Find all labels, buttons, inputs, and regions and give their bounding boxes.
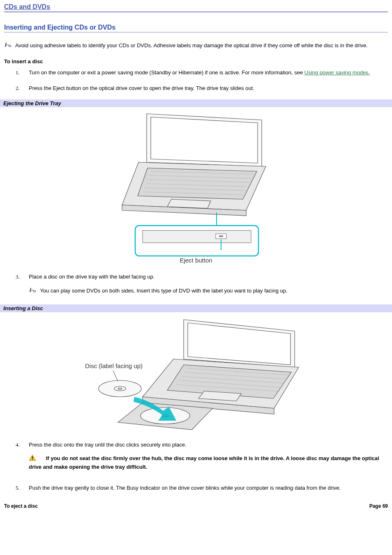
section-title: Inserting and Ejecting CDs or DVDs	[4, 24, 388, 32]
page-header: CDs and DVDs	[4, 3, 388, 12]
callout-eject-button: Eject button	[180, 257, 212, 264]
step-text: Press the Eject button on the optical dr…	[29, 85, 254, 91]
step-4-warning: If you do not seat the disc firmly over …	[29, 454, 388, 470]
page-footer: To eject a disc Page 69	[4, 503, 388, 509]
figure-caption-inserting-disc: Inserting a Disc	[0, 304, 392, 312]
note-text: You can play some DVDs on both sides. In…	[40, 288, 287, 294]
heading-to-insert: To insert a disc	[4, 58, 388, 64]
step-2: 2. Press the Eject button on the optical…	[16, 84, 388, 100]
step-text: Press the disc onto the tray until the d…	[29, 442, 187, 448]
note-icon	[29, 287, 37, 295]
step-1: 1. Turn on the computer or exit a power …	[16, 69, 388, 84]
svg-rect-15	[143, 230, 251, 243]
step-number: 2.	[16, 84, 20, 92]
link-power-saving-modes[interactable]: Using power saving modes.	[304, 69, 370, 76]
figure-caption-eject-tray: Ejecting the Drive Tray	[0, 99, 392, 107]
step-text: Place a disc on the drive tray with the …	[29, 274, 154, 280]
step-text: Turn on the computer or exit a power sav…	[29, 69, 304, 76]
svg-marker-11	[167, 199, 211, 208]
step-number: 1.	[16, 69, 20, 77]
page-number: Page 69	[369, 503, 388, 509]
heading-to-eject: To eject a disc	[4, 503, 38, 509]
svg-point-19	[33, 290, 36, 292]
step-number: 5.	[16, 484, 20, 492]
step-4: 4. Press the disc onto the tray until th…	[16, 441, 388, 484]
svg-point-0	[9, 45, 11, 47]
callout-disc-label-up: Disc (label facing up)	[85, 362, 143, 369]
step-3: 3. Place a disc on the drive tray with t…	[16, 273, 388, 304]
insert-steps-list: 1. Turn on the computer or exit a power …	[16, 69, 388, 99]
step-text: Push the drive tray gently to close it. …	[29, 485, 341, 491]
figure-eject-tray: Eject button	[4, 110, 388, 267]
figure-inserting-disc: Disc (label facing up)	[4, 315, 388, 435]
warning-text: If you do not seat the disc firmly over …	[29, 455, 379, 470]
svg-rect-39	[32, 456, 33, 458]
step-number: 4.	[16, 441, 20, 449]
note-icon	[4, 41, 12, 50]
warning-icon	[29, 454, 36, 463]
note-text: Avoid using adhesive labels to identify …	[15, 42, 368, 48]
step-number: 3.	[16, 273, 20, 281]
insert-steps-list-cont1: 3. Place a disc on the drive tray with t…	[16, 273, 388, 304]
svg-rect-17	[219, 235, 223, 237]
step-3-note: You can play some DVDs on both sides. In…	[29, 287, 388, 295]
svg-rect-40	[32, 459, 33, 460]
step-5: 5. Push the drive tray gently to close i…	[16, 484, 388, 500]
svg-line-37	[113, 371, 118, 381]
note-adhesive-labels: Avoid using adhesive labels to identify …	[4, 41, 388, 50]
svg-marker-2	[151, 117, 258, 163]
insert-steps-list-cont2: 4. Press the disc onto the tray until th…	[16, 441, 388, 499]
svg-point-36	[118, 388, 122, 389]
